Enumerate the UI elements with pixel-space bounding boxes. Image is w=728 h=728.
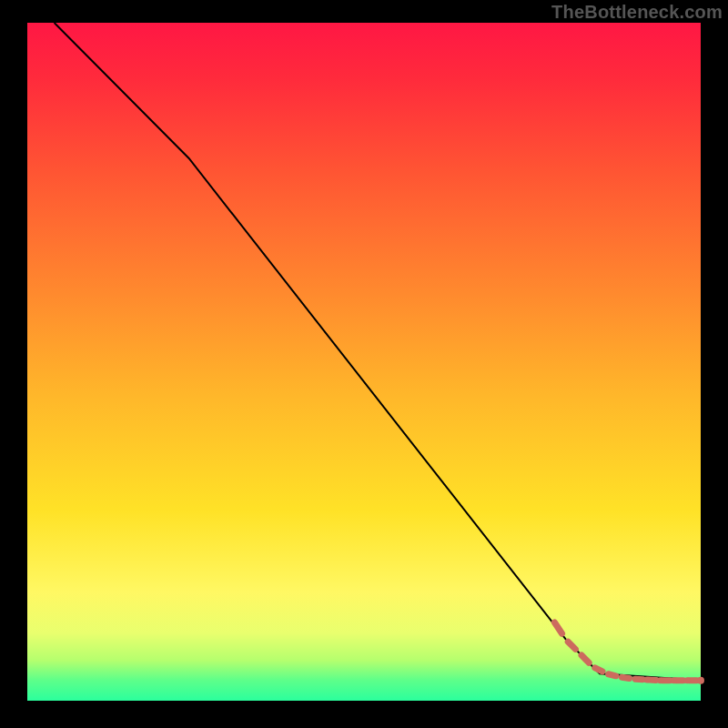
svg-point-13 [671,677,677,683]
svg-point-11 [643,676,650,682]
watermark-text: TheBottleneck.com [551,2,723,23]
svg-line-1 [568,642,575,649]
svg-point-12 [657,677,663,683]
svg-line-5 [622,677,629,678]
svg-point-14 [684,677,691,683]
svg-line-3 [595,668,602,672]
svg-line-4 [609,674,616,676]
chart-svg [27,23,701,701]
chart-frame: TheBottleneck.com [0,0,728,728]
svg-line-0 [554,622,561,633]
bottleneck-curve [55,23,701,681]
svg-line-2 [581,655,589,662]
svg-point-15 [697,677,704,684]
